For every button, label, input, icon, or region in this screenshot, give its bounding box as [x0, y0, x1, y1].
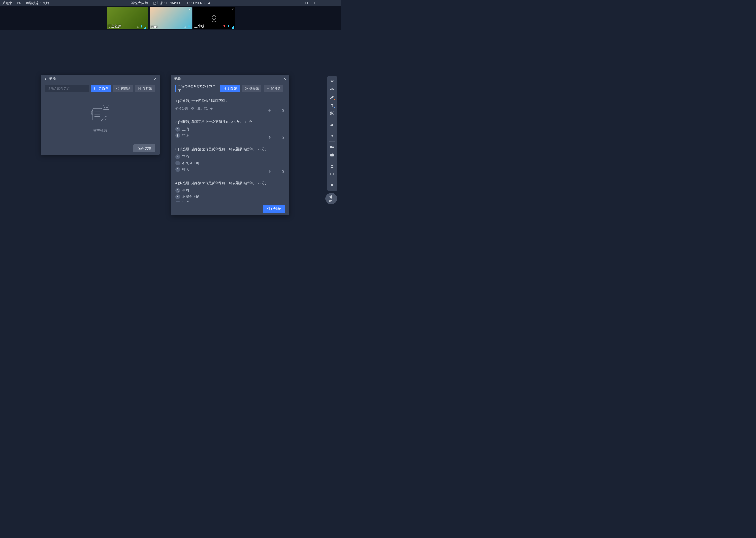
option-text: 正确 [182, 154, 189, 159]
edit-question-icon[interactable] [274, 136, 278, 140]
participants-icon[interactable] [328, 163, 336, 170]
camera-toggle-icon[interactable] [305, 1, 309, 5]
raise-hand-badge[interactable]: 0/2 [325, 193, 337, 204]
svg-point-25 [105, 107, 105, 108]
canvas-toolbar [327, 76, 337, 191]
add-choice-button[interactable]: 选择题 [113, 84, 133, 92]
option-text: 错译 [182, 201, 189, 202]
question-item: 2 [判断题] 我国宪法上一次更新是在2020年。（2分） A 正确 B 错误 [175, 116, 285, 144]
close-icon[interactable] [153, 77, 157, 81]
add-judge-button[interactable]: 判断题 [91, 84, 111, 92]
svg-point-26 [106, 107, 107, 108]
svg-rect-0 [305, 2, 307, 4]
move-question-icon[interactable] [267, 170, 271, 174]
svg-point-39 [331, 165, 333, 166]
svg-point-7 [184, 27, 186, 28]
question-option[interactable]: B 不完全正确 [175, 194, 285, 199]
question-option[interactable]: C 错译 [175, 201, 285, 202]
text-tool-icon[interactable] [328, 102, 336, 109]
option-letter: B [175, 194, 180, 199]
back-icon[interactable] [44, 77, 47, 81]
question-option[interactable]: A 是的 [175, 188, 285, 193]
question-title: 2 [判断题] 我国宪法上一次更新是在2020年。（2分） [175, 119, 285, 125]
quiz-name-input[interactable]: 产品说试卷名称最多十六个字 [175, 84, 218, 92]
add-judge-button[interactable]: 判断题 [220, 84, 240, 92]
move-tool-icon[interactable] [328, 86, 336, 93]
add-choice-button[interactable]: 选择题 [242, 84, 261, 92]
option-letter: A [175, 127, 180, 132]
svg-rect-30 [223, 87, 225, 89]
svg-point-42 [332, 174, 332, 175]
add-short-answer-button[interactable]: 简答题 [263, 84, 283, 92]
svg-point-36 [330, 114, 332, 115]
option-letter: C [175, 201, 180, 202]
quiz-name-input[interactable] [45, 84, 89, 92]
svg-point-35 [330, 112, 332, 113]
edit-question-icon[interactable] [274, 170, 278, 174]
pen-tool-icon[interactable] [328, 94, 336, 101]
panel-title: 测验 [174, 77, 181, 81]
save-quiz-button[interactable]: 保存试卷 [133, 144, 155, 152]
delete-question-icon[interactable] [281, 136, 285, 140]
edit-question-icon[interactable] [274, 108, 278, 113]
video-name: 叮当老师 [108, 24, 121, 28]
svg-rect-20 [93, 108, 102, 121]
tile-close-icon[interactable]: × [188, 8, 190, 11]
question-title: 4 [多选题] 施华洛世奇是反华品牌，所以梁鼎琪反华。（2分） [175, 181, 285, 186]
svg-rect-6 [141, 26, 142, 27]
folder-icon[interactable] [328, 144, 336, 150]
scissors-tool-icon[interactable] [328, 110, 336, 117]
mic-muted-icon [223, 25, 226, 28]
option-text: 不完全正确 [182, 161, 199, 166]
empty-illustration-icon [88, 104, 112, 125]
minimize-icon[interactable] [320, 1, 324, 5]
svg-rect-38 [330, 154, 334, 157]
svg-point-37 [332, 135, 333, 136]
video-strip: 叮当老师 × Nina × 王小明 [0, 6, 341, 30]
option-text: 是的 [182, 188, 189, 193]
hand-count: 0/2 [329, 199, 333, 202]
question-title: 3 [单选题] 施华洛世奇是反华品牌，所以梁鼎琪反华。（2分） [175, 146, 285, 152]
move-question-icon[interactable] [267, 108, 271, 113]
question-option[interactable]: B 不完全正确 [175, 161, 285, 166]
video-tile-student[interactable]: × Nina [150, 7, 192, 29]
video-tile-teacher[interactable]: 叮当老师 [107, 7, 148, 29]
elapsed-time: 已上课：02:34:09 [153, 1, 180, 6]
fullscreen-icon[interactable] [328, 1, 332, 5]
eraser-tool-icon[interactable] [328, 121, 336, 128]
network-status-label: 网络状态：良好 [25, 1, 49, 6]
settings-icon[interactable] [312, 1, 316, 5]
chat-icon[interactable] [328, 171, 336, 178]
question-option[interactable]: A 正确 [175, 127, 285, 132]
option-letter: B [175, 133, 180, 138]
video-name: 王小明 [194, 24, 205, 28]
option-text: 不完全正确 [182, 194, 199, 199]
move-question-icon[interactable] [267, 136, 271, 140]
video-tile-student[interactable]: × 王小明 [193, 7, 235, 29]
course-title: 神秘大自然 [131, 1, 148, 6]
mic-on-icon [227, 25, 230, 28]
camera-off-icon [209, 14, 219, 23]
quiz-panel-filled: 测验 产品说试卷名称最多十六个字 判断题 选择题 简答题 1 [简答题] 一年四… [171, 75, 289, 215]
delete-question-icon[interactable] [281, 108, 285, 113]
svg-point-5 [137, 27, 138, 28]
question-option[interactable]: A 正确 [175, 154, 285, 159]
option-text: 错误 [182, 133, 189, 138]
option-letter: B [175, 161, 180, 166]
tile-close-icon[interactable]: × [232, 8, 234, 11]
pointer-tool-icon[interactable] [328, 78, 336, 85]
delete-question-icon[interactable] [281, 170, 285, 174]
svg-point-41 [331, 174, 332, 175]
option-letter: A [175, 154, 180, 159]
question-item: 4 [多选题] 施华洛世奇是反华品牌，所以梁鼎琪反华。（2分） A 是的 B 不… [175, 177, 285, 202]
network-icon [183, 26, 187, 28]
option-letter: C [175, 167, 180, 172]
close-window-icon[interactable] [335, 1, 339, 5]
quiz-panel-empty: 测验 判断题 选择题 简答题 [41, 75, 160, 155]
laser-tool-icon[interactable] [328, 133, 336, 139]
close-icon[interactable] [283, 77, 287, 81]
add-short-answer-button[interactable]: 简答题 [135, 84, 155, 92]
save-quiz-button[interactable]: 保存试卷 [263, 205, 285, 213]
toolbox-icon[interactable] [328, 152, 336, 158]
bell-icon[interactable] [328, 182, 336, 189]
